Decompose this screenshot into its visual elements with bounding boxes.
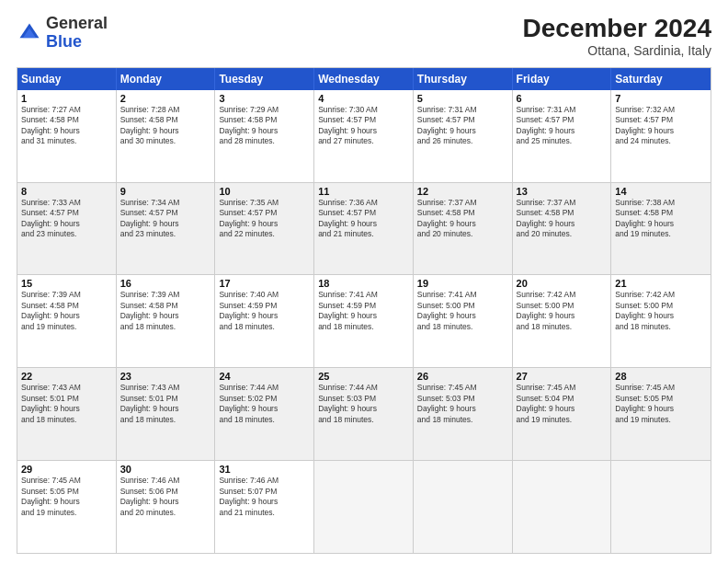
cell-info: Sunrise: 7:38 AM Sunset: 4:58 PM Dayligh… <box>615 198 707 240</box>
cal-cell-11: 11Sunrise: 7:36 AM Sunset: 4:57 PM Dayli… <box>314 183 414 275</box>
calendar-body: 1Sunrise: 7:27 AM Sunset: 4:58 PM Daylig… <box>17 90 711 553</box>
day-number: 14 <box>615 186 707 197</box>
cell-info: Sunrise: 7:37 AM Sunset: 4:58 PM Dayligh… <box>517 198 608 240</box>
header-day-friday: Friday <box>513 68 612 90</box>
day-number: 26 <box>417 371 508 382</box>
cal-cell-18: 18Sunrise: 7:41 AM Sunset: 4:59 PM Dayli… <box>314 275 414 367</box>
cell-info: Sunrise: 7:45 AM Sunset: 5:04 PM Dayligh… <box>517 383 608 425</box>
location: Ottana, Sardinia, Italy <box>523 43 711 58</box>
cal-cell-15: 15Sunrise: 7:39 AM Sunset: 4:58 PM Dayli… <box>17 275 117 367</box>
cell-info: Sunrise: 7:46 AM Sunset: 5:07 PM Dayligh… <box>219 476 310 518</box>
day-number: 28 <box>615 371 707 382</box>
day-number: 1 <box>21 93 112 104</box>
day-number: 11 <box>318 186 409 197</box>
cell-info: Sunrise: 7:29 AM Sunset: 4:58 PM Dayligh… <box>219 105 310 147</box>
cell-info: Sunrise: 7:40 AM Sunset: 4:59 PM Dayligh… <box>219 290 310 332</box>
cal-cell-3: 3Sunrise: 7:29 AM Sunset: 4:58 PM Daylig… <box>215 90 314 182</box>
cell-info: Sunrise: 7:35 AM Sunset: 4:57 PM Dayligh… <box>219 198 310 240</box>
cell-info: Sunrise: 7:27 AM Sunset: 4:58 PM Dayligh… <box>21 105 112 147</box>
cell-info: Sunrise: 7:45 AM Sunset: 5:05 PM Dayligh… <box>615 383 707 425</box>
day-number: 17 <box>219 278 310 289</box>
day-number: 12 <box>417 186 508 197</box>
cal-cell-27: 27Sunrise: 7:45 AM Sunset: 5:04 PM Dayli… <box>513 368 612 460</box>
calendar-row-2: 8Sunrise: 7:33 AM Sunset: 4:57 PM Daylig… <box>17 183 711 276</box>
cal-cell-30: 30Sunrise: 7:46 AM Sunset: 5:06 PM Dayli… <box>117 461 216 553</box>
cal-cell-7: 7Sunrise: 7:32 AM Sunset: 4:57 PM Daylig… <box>611 90 711 182</box>
cell-info: Sunrise: 7:44 AM Sunset: 5:03 PM Dayligh… <box>318 383 409 425</box>
day-number: 29 <box>21 464 112 475</box>
calendar-header: SundayMondayTuesdayWednesdayThursdayFrid… <box>17 68 711 90</box>
cell-info: Sunrise: 7:46 AM Sunset: 5:06 PM Dayligh… <box>120 476 211 518</box>
header-day-thursday: Thursday <box>414 68 513 90</box>
cal-cell-empty <box>513 461 612 553</box>
cell-info: Sunrise: 7:31 AM Sunset: 4:57 PM Dayligh… <box>417 105 508 147</box>
cal-cell-empty <box>414 461 513 553</box>
cal-cell-24: 24Sunrise: 7:44 AM Sunset: 5:02 PM Dayli… <box>215 368 314 460</box>
cell-info: Sunrise: 7:31 AM Sunset: 4:57 PM Dayligh… <box>517 105 608 147</box>
day-number: 6 <box>517 93 608 104</box>
cal-cell-12: 12Sunrise: 7:37 AM Sunset: 4:58 PM Dayli… <box>414 183 513 275</box>
day-number: 24 <box>219 371 310 382</box>
title-block: December 2024 Ottana, Sardinia, Italy <box>523 15 711 58</box>
cell-info: Sunrise: 7:42 AM Sunset: 5:00 PM Dayligh… <box>517 290 608 332</box>
cal-cell-28: 28Sunrise: 7:45 AM Sunset: 5:05 PM Dayli… <box>611 368 711 460</box>
day-number: 3 <box>219 93 310 104</box>
day-number: 18 <box>318 278 409 289</box>
header-day-saturday: Saturday <box>611 68 711 90</box>
cal-cell-empty <box>314 461 414 553</box>
cal-cell-empty <box>611 461 711 553</box>
day-number: 13 <box>517 186 608 197</box>
day-number: 23 <box>120 371 211 382</box>
logo-general: General <box>46 14 108 32</box>
cal-cell-22: 22Sunrise: 7:43 AM Sunset: 5:01 PM Dayli… <box>17 368 117 460</box>
day-number: 2 <box>120 93 211 104</box>
cell-info: Sunrise: 7:45 AM Sunset: 5:03 PM Dayligh… <box>417 383 508 425</box>
cal-cell-29: 29Sunrise: 7:45 AM Sunset: 5:05 PM Dayli… <box>17 461 117 553</box>
cal-cell-23: 23Sunrise: 7:43 AM Sunset: 5:01 PM Dayli… <box>117 368 216 460</box>
cal-cell-19: 19Sunrise: 7:41 AM Sunset: 5:00 PM Dayli… <box>414 275 513 367</box>
calendar-row-5: 29Sunrise: 7:45 AM Sunset: 5:05 PM Dayli… <box>17 461 711 553</box>
day-number: 16 <box>120 278 211 289</box>
cal-cell-5: 5Sunrise: 7:31 AM Sunset: 4:57 PM Daylig… <box>414 90 513 182</box>
header-day-tuesday: Tuesday <box>215 68 314 90</box>
logo-blue: Blue <box>46 32 82 51</box>
header: General Blue December 2024 Ottana, Sardi… <box>17 15 711 58</box>
cal-cell-17: 17Sunrise: 7:40 AM Sunset: 4:59 PM Dayli… <box>215 275 314 367</box>
cell-info: Sunrise: 7:36 AM Sunset: 4:57 PM Dayligh… <box>318 198 409 240</box>
day-number: 15 <box>21 278 112 289</box>
cell-info: Sunrise: 7:44 AM Sunset: 5:02 PM Dayligh… <box>219 383 310 425</box>
header-day-wednesday: Wednesday <box>314 68 414 90</box>
cell-info: Sunrise: 7:39 AM Sunset: 4:58 PM Dayligh… <box>21 290 112 332</box>
day-number: 27 <box>517 371 608 382</box>
cal-cell-9: 9Sunrise: 7:34 AM Sunset: 4:57 PM Daylig… <box>117 183 216 275</box>
cal-cell-16: 16Sunrise: 7:39 AM Sunset: 4:58 PM Dayli… <box>117 275 216 367</box>
day-number: 22 <box>21 371 112 382</box>
day-number: 10 <box>219 186 310 197</box>
header-day-monday: Monday <box>117 68 216 90</box>
cal-cell-21: 21Sunrise: 7:42 AM Sunset: 5:00 PM Dayli… <box>611 275 711 367</box>
cell-info: Sunrise: 7:30 AM Sunset: 4:57 PM Dayligh… <box>318 105 409 147</box>
cell-info: Sunrise: 7:28 AM Sunset: 4:58 PM Dayligh… <box>120 105 211 147</box>
day-number: 9 <box>120 186 211 197</box>
day-number: 19 <box>417 278 508 289</box>
day-number: 20 <box>517 278 608 289</box>
day-number: 21 <box>615 278 707 289</box>
cal-cell-8: 8Sunrise: 7:33 AM Sunset: 4:57 PM Daylig… <box>17 183 117 275</box>
calendar-row-4: 22Sunrise: 7:43 AM Sunset: 5:01 PM Dayli… <box>17 368 711 461</box>
cell-info: Sunrise: 7:37 AM Sunset: 4:58 PM Dayligh… <box>417 198 508 240</box>
cal-cell-1: 1Sunrise: 7:27 AM Sunset: 4:58 PM Daylig… <box>17 90 117 182</box>
day-number: 5 <box>417 93 508 104</box>
logo-text: General Blue <box>46 15 108 52</box>
cal-cell-2: 2Sunrise: 7:28 AM Sunset: 4:58 PM Daylig… <box>117 90 216 182</box>
cell-info: Sunrise: 7:41 AM Sunset: 4:59 PM Dayligh… <box>318 290 409 332</box>
day-number: 31 <box>219 464 310 475</box>
cell-info: Sunrise: 7:45 AM Sunset: 5:05 PM Dayligh… <box>21 476 112 518</box>
cell-info: Sunrise: 7:39 AM Sunset: 4:58 PM Dayligh… <box>120 290 211 332</box>
cal-cell-31: 31Sunrise: 7:46 AM Sunset: 5:07 PM Dayli… <box>215 461 314 553</box>
calendar-row-1: 1Sunrise: 7:27 AM Sunset: 4:58 PM Daylig… <box>17 90 711 183</box>
calendar-row-3: 15Sunrise: 7:39 AM Sunset: 4:58 PM Dayli… <box>17 275 711 368</box>
day-number: 25 <box>318 371 409 382</box>
page: General Blue December 2024 Ottana, Sardi… <box>0 0 728 563</box>
cell-info: Sunrise: 7:42 AM Sunset: 5:00 PM Dayligh… <box>615 290 707 332</box>
day-number: 7 <box>615 93 707 104</box>
